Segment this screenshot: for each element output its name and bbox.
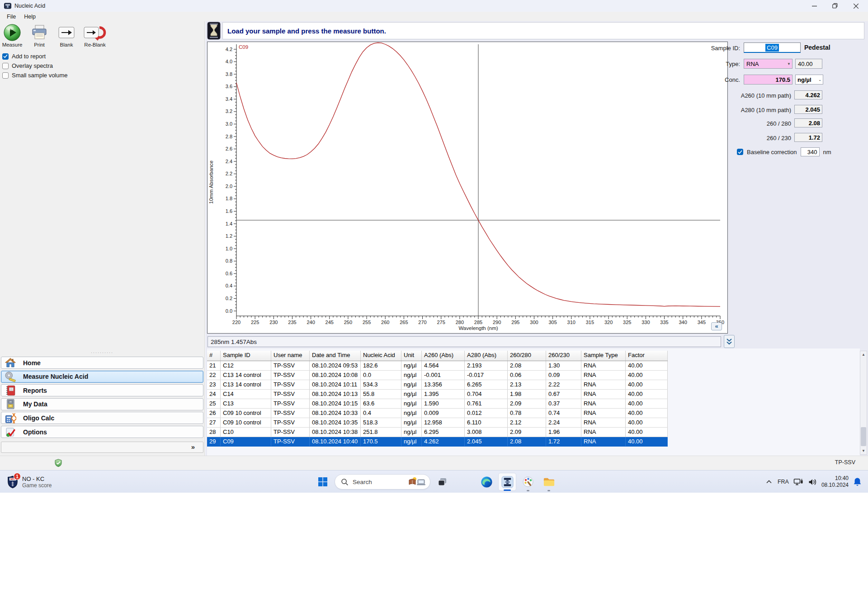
baseline-correction-row: Baseline correction 340 nm [737, 147, 831, 156]
reblank-arrow-icon [83, 24, 107, 42]
paint-app-button[interactable] [519, 473, 537, 491]
absorbance-chart[interactable]: 2202252302352402452502552602652702752802… [208, 42, 727, 333]
table-row[interactable]: 28C10TP-SSV08.10.2024 10:38251.8ng/µl6.2… [207, 428, 668, 437]
column-header[interactable]: 260/230 [546, 351, 581, 361]
volume-icon[interactable] [808, 478, 817, 486]
sidebar-item-label: Oligo Calc [23, 414, 54, 422]
table-row[interactable]: 23C13 14 controlTP-SSV08.10.2024 10:1153… [207, 380, 668, 390]
table-cell: 40.00 [626, 361, 668, 370]
sidebar-item-reports[interactable]: Reports [1, 384, 203, 396]
blank-button[interactable]: Blank [55, 24, 78, 47]
file-explorer-icon [543, 476, 555, 488]
network-icon[interactable] [793, 478, 803, 486]
sidebar-item-measure-nucleic-acid[interactable]: Measure Nucleic Acid [1, 371, 203, 383]
table-cell: RNA [581, 390, 626, 399]
edge-browser-button[interactable] [477, 473, 495, 491]
taskbar-center: Search [314, 472, 558, 491]
minimize-button[interactable] [804, 0, 825, 12]
table-scrollbar[interactable]: ▲ ▼ [860, 351, 867, 455]
measure-button[interactable]: Measure [1, 24, 24, 47]
type-label: Type: [703, 61, 740, 67]
table-cell: 27 [207, 418, 221, 427]
table-row[interactable]: 21C12TP-SSV08.10.2024 09:53182.6ng/µl4.5… [207, 361, 668, 371]
column-header[interactable]: Date and Time [310, 351, 361, 361]
table-row[interactable]: 26C09 10 controlTP-SSV08.10.2024 10:330.… [207, 409, 668, 418]
sidebar-item-label: Home [23, 359, 41, 367]
a260-label: A260 (10 mm path) [696, 92, 791, 99]
baseline-wavelength-input[interactable]: 340 [801, 147, 820, 156]
splitter-handle[interactable]: ·········· [0, 351, 204, 354]
column-header[interactable]: A280 (Abs) [465, 351, 508, 361]
taskbar-clock[interactable]: 10:40 08.10.2024 [821, 475, 849, 489]
restore-button[interactable] [825, 0, 845, 12]
table-cell: 28 [207, 428, 221, 437]
sidebar-item-home[interactable]: Home [1, 357, 203, 369]
table-cell: 08.10.2024 10:15 [310, 399, 361, 408]
start-button[interactable] [314, 473, 332, 491]
table-cell: 21 [207, 361, 221, 370]
search-box[interactable]: Search [335, 474, 430, 489]
checkbox-small-sample-volume[interactable]: Small sample volume [2, 72, 68, 79]
menu-file[interactable]: File [3, 13, 20, 21]
sidebar-item-oligo-calc[interactable]: Oligo Calc [1, 412, 203, 424]
notification-bell-icon[interactable] [853, 477, 862, 486]
column-header[interactable]: 260/280 [508, 351, 546, 361]
table-cell: 1.72 [546, 437, 581, 446]
table-cell: 251.8 [361, 428, 401, 437]
column-header[interactable]: Nucleic Acid [361, 351, 401, 361]
checkbox-add-to-report[interactable]: Add to report [2, 53, 46, 60]
column-header[interactable]: A260 (Abs) [422, 351, 465, 361]
svg-text:3.4: 3.4 [226, 96, 232, 102]
table-row[interactable]: 29C09TP-SSV08.10.2024 10:40170.5ng/µl4.2… [207, 437, 668, 447]
tray-time: 10:40 [821, 475, 849, 482]
column-header[interactable]: Sample Type [581, 351, 626, 361]
scroll-down-icon[interactable]: ▼ [860, 447, 867, 454]
sidebar-item-my-data[interactable]: My Data [1, 398, 203, 410]
checkbox-overlay-spectra[interactable]: Overlay spectra [2, 62, 53, 69]
table-cell: RNA [581, 371, 626, 380]
chevron-left-double-icon[interactable]: « [711, 322, 722, 330]
type-dropdown[interactable]: RNA ▼ [744, 59, 793, 69]
close-button[interactable] [845, 0, 866, 12]
column-header[interactable]: Unit [401, 351, 422, 361]
unit-dropdown[interactable]: ng/µl ⌄ [795, 75, 823, 85]
column-header[interactable]: User name [271, 351, 310, 361]
file-explorer-button[interactable] [540, 473, 558, 491]
task-view-button[interactable] [433, 473, 451, 491]
widgets-button[interactable]: NFL 1 NO - KC Game score [4, 472, 55, 491]
sidebar-item-label: Reports [23, 387, 47, 394]
menu-help[interactable]: Help [20, 13, 40, 21]
tray-chevron-up-icon[interactable] [765, 479, 773, 485]
chevron-down-double-icon[interactable] [724, 335, 735, 348]
scroll-up-icon[interactable]: ▲ [860, 351, 867, 358]
table-row[interactable]: 27C09 10 controlTP-SSV08.10.2024 10:3551… [207, 418, 668, 428]
language-indicator[interactable]: FRA [778, 479, 789, 485]
reblank-button[interactable]: Re-Blank [82, 24, 108, 47]
svg-text:3.0: 3.0 [226, 121, 232, 127]
nucleic-acid-app-button[interactable] [498, 473, 516, 491]
table-cell: 2.193 [465, 361, 508, 370]
print-button[interactable]: Print [28, 24, 51, 47]
svg-text:290: 290 [493, 320, 501, 325]
svg-text:340: 340 [679, 320, 687, 325]
table-row[interactable]: 22C13 14 controlTP-SSV08.10.2024 10:080.… [207, 371, 668, 380]
sample-id-input[interactable]: C09 [744, 42, 801, 53]
scrollbar-thumb[interactable] [861, 427, 866, 446]
column-header[interactable]: # [207, 351, 221, 361]
baseline-checkbox[interactable] [737, 149, 743, 155]
table-cell: C13 [221, 399, 271, 408]
sidebar-item-options[interactable]: Options [1, 426, 203, 438]
running-app-indicator [527, 490, 529, 491]
svg-text:270: 270 [418, 320, 426, 325]
chevrons-right-icon[interactable]: » [191, 443, 195, 451]
chevron-down-icon: ▼ [787, 62, 791, 66]
table-cell: 0.06 [508, 371, 546, 380]
table-cell: 4.564 [422, 361, 465, 370]
status-message: Load your sample and press the measure b… [227, 27, 386, 35]
search-highlight-image [408, 476, 426, 487]
table-row[interactable]: 25C13TP-SSV08.10.2024 10:1563.6ng/µl1.59… [207, 399, 668, 409]
column-header[interactable]: Factor [626, 351, 668, 361]
table-cell: ng/µl [401, 399, 422, 408]
column-header[interactable]: Sample ID [221, 351, 271, 361]
table-row[interactable]: 24C14TP-SSV08.10.2024 10:1355.8ng/µl1.39… [207, 390, 668, 399]
